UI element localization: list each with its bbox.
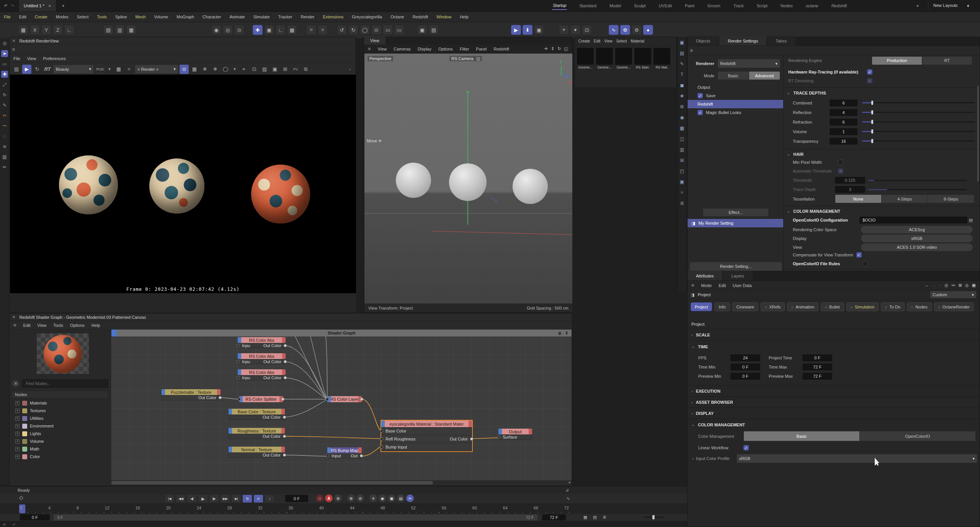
new-file-icon[interactable]: ▤: [103, 25, 113, 35]
node-rs-color-splitter[interactable]: RS Color Splitter: [239, 396, 283, 402]
viewport-layout-icon[interactable]: ▦: [18, 25, 28, 35]
lock-icon[interactable]: ⊠: [959, 283, 962, 288]
key-interpolation-icon[interactable]: ✂: [406, 494, 414, 502]
dither-icon[interactable]: ▦: [114, 65, 123, 74]
node-base-color-texture[interactable]: Base Color : Texture Out Color: [229, 409, 285, 420]
live-select-icon[interactable]: ◯: [360, 25, 370, 35]
depth-slider[interactable]: [862, 140, 975, 142]
material-thumbnail[interactable]: [653, 48, 670, 65]
ocio-config-field[interactable]: $OCIO: [859, 217, 967, 224]
model-mode-icon[interactable]: ▣: [264, 25, 274, 35]
linear-workflow-checkbox[interactable]: ✓: [743, 445, 749, 450]
start-render-button[interactable]: ▶: [22, 65, 31, 74]
prev-key-button[interactable]: ◀◀: [176, 494, 186, 503]
orbit-view-icon[interactable]: ↻: [557, 46, 561, 51]
depth-value-field[interactable]: 1: [830, 128, 858, 135]
render-canvas[interactable]: Frame 0: 2023-04-23 02:07:42 (4.12s): [10, 75, 356, 294]
tab-render-settings[interactable]: Render Settings: [719, 36, 766, 46]
expand-icon[interactable]: +: [15, 409, 20, 413]
tab-takes[interactable]: Takes: [767, 36, 795, 46]
goto-start-button[interactable]: |◀: [165, 494, 175, 503]
menu-spline[interactable]: Spline: [115, 15, 127, 19]
sculpt-tool-icon[interactable]: ✏: [1, 164, 8, 171]
node-category-materials[interactable]: + Materials: [11, 399, 108, 407]
workspace-tab-track[interactable]: Track: [733, 2, 745, 10]
workspace-tab-model[interactable]: Model: [609, 2, 622, 10]
fit-image-icon[interactable]: ⊡: [250, 65, 259, 74]
engine-rt-button[interactable]: RT: [922, 57, 972, 65]
lock-x-button[interactable]: X: [30, 25, 40, 35]
menu-volume[interactable]: Volume: [154, 15, 168, 19]
simulation-icon[interactable]: ⚙: [620, 25, 630, 35]
autokey-sound-button[interactable]: A: [253, 494, 263, 503]
depth-slider[interactable]: [862, 112, 975, 113]
menu-extensions[interactable]: Extensions: [323, 15, 343, 19]
status-check-icon[interactable]: ✓: [12, 522, 16, 527]
workspace-tab-octane[interactable]: octane: [805, 2, 819, 10]
tessellation-none-button[interactable]: None: [835, 195, 882, 203]
back-icon[interactable]: ←: [925, 283, 929, 288]
menu-help[interactable]: Help: [460, 15, 469, 19]
channel-rgb-button[interactable]: RGB: [95, 64, 105, 74]
vp-menu-panel[interactable]: Panel: [476, 47, 487, 51]
restart-render-icon[interactable]: ↻: [33, 65, 42, 74]
keyframe-diamond-icon[interactable]: ◇: [19, 494, 23, 501]
add-snapshot-icon[interactable]: ⊞: [281, 65, 290, 74]
chip-animation[interactable]: ⌂ Animation: [787, 302, 818, 311]
chip-cineware[interactable]: Cineware: [732, 302, 758, 311]
more-tools-icon[interactable]: ›: [346, 66, 353, 73]
spline-tool-icon[interactable]: 〜: [1, 122, 8, 129]
node-category-environment[interactable]: + Environment: [11, 422, 108, 430]
region-icon[interactable]: ◯: [221, 65, 230, 74]
quantize-icon[interactable]: ⌗: [318, 25, 328, 35]
snap-icon[interactable]: ⌗: [306, 25, 316, 35]
menu-redshift[interactable]: Redshift: [413, 15, 428, 19]
rendering-color-space-value[interactable]: ACEScg: [861, 226, 973, 233]
timeline-window-icon[interactable]: ⊿: [564, 487, 570, 494]
cm-opencolorio-button[interactable]: OpenColorIO: [860, 431, 975, 441]
settings-item-redshift[interactable]: Redshift: [688, 100, 783, 108]
attributes-grip[interactable]: ≡: [691, 282, 694, 288]
depth-value-field[interactable]: 4: [830, 109, 858, 116]
tessellation-8steps-button[interactable]: 8-Steps: [928, 195, 974, 203]
node-category-textures[interactable]: + Textures: [11, 407, 108, 414]
settings-icon[interactable]: ⚙: [632, 25, 642, 35]
rect-select-icon[interactable]: ⊙: [371, 25, 381, 35]
array-icon[interactable]: ❖: [679, 93, 686, 100]
menu-select[interactable]: Select: [77, 15, 89, 19]
time-max-field[interactable]: 72 F: [802, 364, 832, 370]
view-value[interactable]: ACES 1.0 SDR-video: [861, 243, 973, 251]
move-tool-icon[interactable]: ✚: [253, 25, 263, 35]
snapshot-image-icon[interactable]: ▣: [270, 65, 279, 74]
status-menu-icon[interactable]: ≡: [3, 522, 5, 527]
timeline-zoom-slider[interactable]: [643, 517, 664, 518]
close-document-icon[interactable]: ✕: [48, 4, 51, 8]
projection-label[interactable]: Perspective: [368, 56, 393, 61]
file-rules-checkbox[interactable]: [862, 261, 868, 266]
timeline-ruler[interactable]: 04812162024283236404448525660646872: [0, 504, 687, 514]
menu-window[interactable]: Window: [436, 15, 451, 19]
attr-menu-edit[interactable]: Edit: [719, 283, 726, 288]
viewport-tab[interactable]: View: [364, 36, 385, 44]
preview-min-field[interactable]: 0 F: [730, 373, 760, 380]
scale-section-header[interactable]: ›SCALE: [691, 333, 710, 337]
frame-select-icon[interactable]: ▭: [383, 25, 393, 35]
tab-attributes[interactable]: Attributes: [688, 271, 722, 281]
sg-menu-tools[interactable]: Tools: [53, 323, 63, 328]
camera-label[interactable]: RS Camera: [451, 56, 473, 61]
attr-menu-mode[interactable]: Mode: [701, 283, 712, 288]
compensate-checkbox[interactable]: ✓: [856, 252, 862, 258]
crop-icon[interactable]: ⌗: [124, 65, 134, 74]
fps-field[interactable]: 24: [730, 354, 760, 361]
menu-mograph[interactable]: MoGraph: [176, 15, 194, 19]
menu-character[interactable]: Character: [203, 15, 221, 19]
text-icon[interactable]: T: [679, 71, 686, 78]
expand-icon[interactable]: +: [15, 416, 20, 421]
filter-icon[interactable]: ≔: [951, 283, 956, 288]
pan-view-icon[interactable]: ✛: [544, 46, 548, 51]
node-category-lights[interactable]: + Lights: [11, 430, 108, 437]
hair-header[interactable]: ⌄ HAIR: [787, 152, 804, 157]
workspace-tab-standard[interactable]: Standard: [578, 2, 597, 10]
view-layout-icon-2[interactable]: ▤: [591, 514, 598, 520]
search-icon[interactable]: ◎: [944, 283, 948, 288]
